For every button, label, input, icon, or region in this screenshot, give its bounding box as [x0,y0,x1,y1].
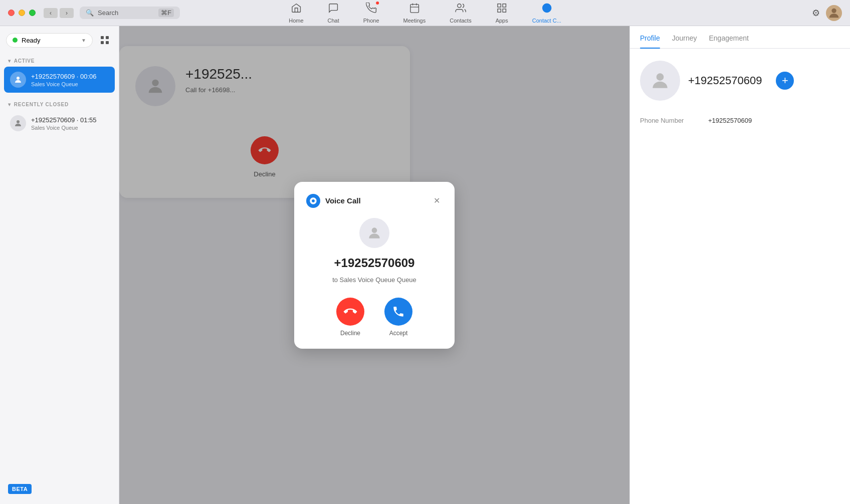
modal-decline-action: Decline [336,298,364,337]
tab-home[interactable]: Home [285,1,307,26]
svg-rect-12 [101,41,104,44]
modal-phone-number: +19252570609 [306,256,443,270]
search-icon: 🔍 [86,9,94,17]
traffic-lights [8,10,36,16]
tab-chat[interactable]: Chat [324,1,343,26]
modal-decline-label: Decline [340,330,360,337]
recent-section-header: ▾ RECENTLY CLOSED [0,98,119,109]
grid-icon[interactable] [97,32,113,48]
search-placeholder: Search [98,9,118,17]
recent-call-number: +19252570609 · 01:55 [31,116,109,124]
beta-badge: BETA [8,484,32,494]
svg-point-14 [17,77,20,80]
sidebar: Ready ▼ ▾ ACTIVE [0,26,119,504]
tab-contact-center-label: Contact C... [532,18,561,24]
contact-phone-display: +19252570609 [688,74,762,87]
contact-avatar [640,61,680,101]
tab-apps[interactable]: Apps [492,1,512,26]
svg-rect-10 [101,36,104,39]
recent-call-queue: Sales Voice Queue [31,125,109,131]
tab-contact-center[interactable]: Contact C... [528,1,565,26]
search-bar[interactable]: 🔍 Search ⌘F [80,7,180,19]
active-section-chevron: ▾ [8,58,11,64]
title-bar: ‹ › 🔍 Search ⌘F Home Chat [0,0,850,26]
recent-call-item[interactable]: +19252570609 · 01:55 Sales Voice Queue [4,110,115,136]
tab-profile[interactable]: Profile [640,34,660,48]
phone-icon [366,3,377,16]
right-panel-tabs: Profile Journey Engagement [630,26,850,49]
contact-header: +19252570609 + [640,61,840,101]
active-section-label: ACTIVE [14,58,35,64]
svg-point-17 [372,227,377,233]
chevron-down-icon: ▼ [81,38,86,43]
modal-close-button[interactable]: ✕ [431,195,443,207]
meetings-icon [409,3,420,16]
contact-center-icon [541,3,552,16]
active-call-info: +19252570609 · 00:06 Sales Voice Queue [31,73,109,87]
tab-contacts-label: Contacts [450,18,471,24]
svg-rect-0 [410,4,419,13]
tab-phone[interactable]: Phone [359,1,383,26]
settings-icon[interactable]: ⚙ [812,8,820,19]
search-shortcut: ⌘F [158,9,174,17]
svg-rect-5 [498,4,501,7]
modal-accept-label: Accept [389,330,408,337]
svg-point-18 [657,73,664,81]
user-avatar[interactable] [826,5,842,21]
svg-point-9 [831,8,836,13]
phone-number-value: +19252570609 [708,117,752,124]
chat-icon [328,3,339,16]
status-indicator [13,38,18,43]
apps-icon [496,3,507,16]
right-panel-content: +19252570609 + Phone Number +19252570609 [630,49,850,504]
minimize-button[interactable] [19,10,25,16]
modal-caller-avatar [359,218,389,248]
phone-badge [375,1,380,6]
modal-actions: Decline Accept [306,298,443,337]
nav-buttons: ‹ › [44,8,74,18]
recent-section-chevron: ▾ [8,102,11,107]
phone-number-detail: Phone Number +19252570609 [640,113,840,128]
modal-queue-text: to Sales Voice Queue Queue [306,276,443,284]
svg-rect-7 [503,9,506,12]
modal-accept-action: Accept [384,298,412,337]
maximize-button[interactable] [29,10,36,16]
nav-tabs: Home Chat Phone [285,0,565,26]
tab-home-label: Home [289,18,303,24]
contacts-icon [455,3,466,16]
tab-contacts[interactable]: Contacts [446,1,475,26]
tab-chat-label: Chat [328,18,339,24]
tab-engagement[interactable]: Engagement [709,34,749,48]
status-label: Ready [22,37,41,44]
active-call-number: +19252570609 · 00:06 [31,73,109,80]
recent-call-info: +19252570609 · 01:55 Sales Voice Queue [31,116,109,131]
right-panel: Profile Journey Engagement +19252570609 … [629,26,850,504]
modal-accept-button[interactable] [384,298,412,326]
svg-point-4 [458,4,461,7]
main-layout: Ready ▼ ▾ ACTIVE [0,26,850,504]
tab-meetings-label: Meetings [403,18,426,24]
svg-rect-8 [498,9,501,12]
modal-title: Voice Call [325,196,361,205]
active-call-avatar [10,72,26,88]
modal-overlay: Voice Call ✕ +19252570609 to Sales Voice… [119,26,629,504]
close-button[interactable] [8,10,15,16]
home-icon [291,3,302,16]
voice-call-modal: Voice Call ✕ +19252570609 to Sales Voice… [294,182,455,349]
phone-number-label: Phone Number [640,117,700,124]
tab-apps-label: Apps [496,18,508,24]
recent-call-avatar [10,115,26,131]
tab-journey[interactable]: Journey [672,34,697,48]
modal-header: Voice Call ✕ [306,194,443,208]
svg-rect-11 [106,36,109,39]
content-area: +192525... Call for +16698... Decline [119,26,629,504]
modal-decline-button[interactable] [336,298,364,326]
active-call-item[interactable]: +19252570609 · 00:06 Sales Voice Queue [4,67,115,93]
status-dropdown[interactable]: Ready ▼ [6,33,93,48]
add-contact-button[interactable]: + [776,72,794,90]
svg-rect-6 [503,4,506,7]
back-button[interactable]: ‹ [44,8,58,18]
tab-meetings[interactable]: Meetings [399,1,430,26]
svg-rect-13 [106,41,109,44]
forward-button[interactable]: › [60,8,74,18]
